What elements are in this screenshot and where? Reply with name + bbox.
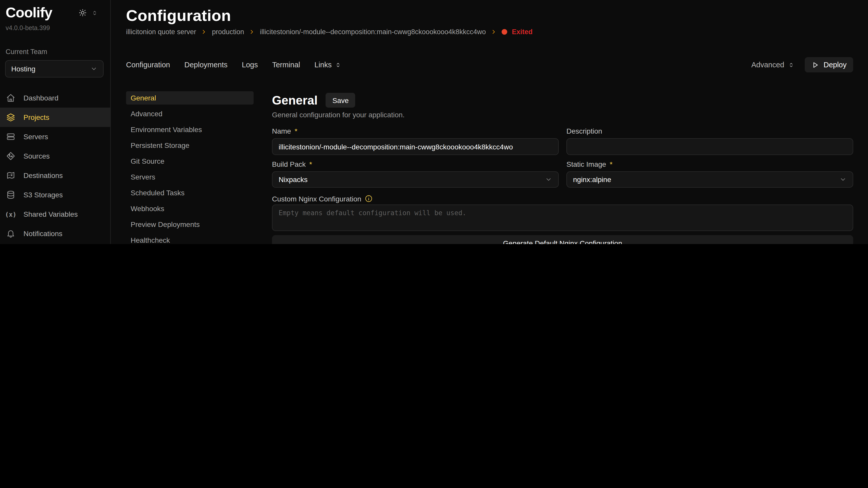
sidebar-header: Coolify [0,2,110,21]
sidebar-item-label: Dashboard [24,94,58,102]
tab-configuration[interactable]: Configuration [126,61,170,69]
chevron-right-icon [490,29,497,35]
subnav-item-persistent-storage[interactable]: Persistent Storage [126,139,254,152]
required-asterisk: * [610,160,613,168]
tab-bar: ConfigurationDeploymentsLogsTerminalLink… [126,57,853,72]
breadcrumb-item[interactable]: production [212,28,244,36]
chevrons-up-down-icon [335,61,341,68]
layers-icon [6,113,16,122]
advanced-select[interactable]: Advanced [751,61,795,69]
home-icon [6,93,16,102]
git-source-icon [6,152,16,161]
sidebar-item-label: Sources [24,152,50,160]
sidebar-item-label: Projects [24,113,49,121]
breadcrumb-item[interactable]: illicitonion quote server [126,28,196,36]
sidebar-item-shared-variables[interactable]: (x)Shared Variables [0,204,110,224]
team-select-value: Hosting [11,65,35,73]
server-icon [6,132,16,141]
variables-icon: (x) [6,210,16,218]
app-window: Coolify v4.0.0-beta.399 Current Team Hos… [0,0,868,244]
advanced-select-label: Advanced [751,61,784,69]
subnav-item-environment-variables[interactable]: Environment Variables [126,123,254,136]
status-badge: Exited [512,28,532,36]
name-label: Name [272,127,291,135]
description-label: Description [566,127,602,135]
general-form: General Save General configuration for y… [272,91,853,244]
team-select[interactable]: Hosting [5,60,103,77]
chevrons-up-down-icon [788,61,795,68]
name-input[interactable]: illicitestonion/-module--decomposition:m… [272,138,559,155]
chevron-right-icon [201,29,208,35]
sidebar-item-label: Destinations [24,171,63,180]
subnav-item-advanced[interactable]: Advanced [126,107,254,120]
app-logo: Coolify [6,5,79,21]
sidebar-item-sources[interactable]: Sources [0,147,110,166]
current-team-label: Current Team [0,48,110,56]
tab-links[interactable]: Links [314,61,341,69]
sidebar-item-label: S3 Storages [24,191,63,199]
section-title: General [272,93,318,107]
settings-subnav: GeneralAdvancedEnvironment VariablesPers… [126,91,254,244]
tab-logs[interactable]: Logs [242,61,258,69]
save-button[interactable]: Save [326,93,355,107]
section-subtitle: General configuration for your applicati… [272,111,853,119]
sidebar-item-label: Shared Variables [24,210,78,218]
sidebar-nav: DashboardProjectsServersSourcesDestinati… [0,88,110,244]
static-image-label: Static Image [566,160,606,168]
build-pack-value: Nixpacks [279,175,308,184]
static-image-select[interactable]: nginx:alpine [566,171,853,188]
main-area: Configuration illicitonion quote serverp… [111,0,868,244]
sidebar-item-projects[interactable]: Projects [0,107,110,127]
breadcrumb-item[interactable]: illicitestonion/-module--decomposition:m… [260,28,486,36]
chevron-down-icon [90,65,97,72]
subnav-item-healthcheck[interactable]: Healthcheck [126,233,254,244]
deploy-button-label: Deploy [824,61,846,69]
info-icon [365,195,373,202]
sidebar-item-label: Servers [24,133,48,141]
build-pack-label: Build Pack [272,160,306,168]
required-asterisk: * [295,127,298,135]
chevron-right-icon [249,29,255,35]
static-image-value: nginx:alpine [573,175,611,184]
bell-icon [6,229,16,238]
tab-deployments[interactable]: Deployments [184,61,227,69]
subnav-item-scheduled-tasks[interactable]: Scheduled Tasks [126,186,254,199]
chevrons-up-down-icon[interactable] [91,9,98,16]
chevron-down-icon [545,176,552,183]
sidebar: Coolify v4.0.0-beta.399 Current Team Hos… [0,0,111,244]
deploy-button[interactable]: Deploy [805,57,853,72]
sidebar-item-notifications[interactable]: Notifications [0,224,110,243]
sidebar-item-label: Notifications [24,229,63,238]
chevron-down-icon [839,176,846,183]
play-icon [811,61,819,69]
status-dot [502,29,507,35]
database-icon [6,190,16,199]
nginx-config-label: Custom Nginx Configuration [272,195,361,203]
sidebar-item-s3-storages[interactable]: S3 Storages [0,185,110,204]
sidebar-item-keys-tokens[interactable]: Keys & Tokens [0,243,110,244]
sidebar-item-dashboard[interactable]: Dashboard [0,88,110,107]
generate-nginx-button[interactable]: Generate Default Nginx Configuration [272,235,853,244]
subnav-item-preview-deployments[interactable]: Preview Deployments [126,218,254,231]
build-pack-select[interactable]: Nixpacks [272,171,559,188]
description-input[interactable] [566,138,853,155]
subnav-item-general[interactable]: General [126,91,254,104]
tab-terminal[interactable]: Terminal [272,61,300,69]
subnav-item-git-source[interactable]: Git Source [126,155,254,168]
sun-icon[interactable] [79,9,87,17]
sidebar-item-destinations[interactable]: Destinations [0,166,110,185]
page-title: Configuration [126,7,853,25]
configuration-content: GeneralAdvancedEnvironment VariablesPers… [126,91,853,244]
app-version: v4.0.0-beta.399 [0,25,110,32]
map-icon [6,171,16,180]
subnav-item-servers[interactable]: Servers [126,170,254,184]
subnav-item-webhooks[interactable]: Webhooks [126,202,254,215]
breadcrumb: illicitonion quote serverproductionillic… [126,28,853,36]
sidebar-item-servers[interactable]: Servers [0,127,110,147]
nginx-config-textarea[interactable]: Empty means default configuration will b… [272,204,853,231]
required-asterisk: * [309,160,312,168]
